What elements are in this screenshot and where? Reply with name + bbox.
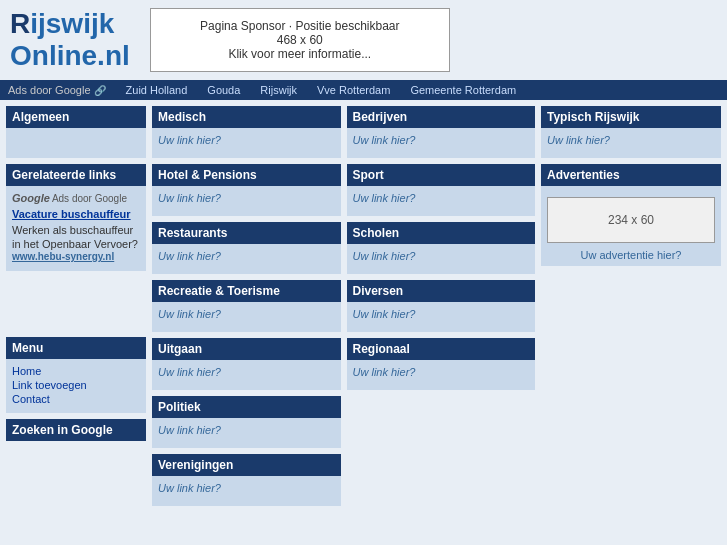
sidebar-gerelateerde: Gerelateerde links Google Ads door Googl… [6,164,146,271]
cat-recreatie: Recreatie & Toerisme Uw link hier? [152,280,341,332]
cat-uitgaan: Uitgaan Uw link hier? [152,338,341,390]
cat-restaurants-body: Uw link hier? [152,244,341,274]
typisch-rijswijk-link[interactable]: Uw link hier? [547,134,610,146]
vacature-text1: Werken als buschauffeur in het Openbaar … [12,224,138,250]
cat-sport-link[interactable]: Uw link hier? [353,192,416,204]
cat-row-3: Restaurants Uw link hier? Scholen Uw lin… [152,222,535,274]
cat-recreatie-header: Recreatie & Toerisme [152,280,341,302]
logo-rest: ijswijk [30,8,114,39]
menu-home[interactable]: Home [12,365,140,377]
cat-regionaal-body: Uw link hier? [347,360,536,390]
ad-link-text[interactable]: Uw advertentie hier? [547,249,715,261]
navbar-link-vveroterdam[interactable]: Vve Rotterdam [317,84,390,96]
navbar-ads-icon: 🔗 [94,85,106,96]
sidebar-zoeken: Zoeken in Google [6,419,146,441]
cat-hotel-link[interactable]: Uw link hier? [158,192,221,204]
cat-politiek-body: Uw link hier? [152,418,341,448]
cat-verenigingen: Verenigingen Uw link hier? [152,454,341,506]
cat-diversen-body: Uw link hier? [347,302,536,332]
cat-scholen-body: Uw link hier? [347,244,536,274]
sidebar-algemeen-header: Algemeen [6,106,146,128]
cat-sport-header: Sport [347,164,536,186]
cat-bedrijven-link[interactable]: Uw link hier? [353,134,416,146]
cat-medisch-header: Medisch [152,106,341,128]
sponsor-line2: 468 x 60 [171,33,429,47]
sidebar-gerelateerde-header: Gerelateerde links [6,164,146,186]
cat-bedrijven-body: Uw link hier? [347,128,536,158]
cat-politiek-link[interactable]: Uw link hier? [158,424,221,436]
logo-line2: Online.nl [10,40,130,72]
logo-r: R [10,8,30,39]
navbar-link-rijswijk[interactable]: Rijswijk [260,84,297,96]
cat-scholen-link[interactable]: Uw link hier? [353,250,416,262]
typisch-rijswijk-body: Uw link hier? [541,128,721,158]
cat-verenigingen-header: Verenigingen [152,454,341,476]
cat-politiek-header: Politiek [152,396,341,418]
ad-size: 234 x 60 [608,213,654,227]
cat-scholen: Scholen Uw link hier? [347,222,536,274]
cat-restaurants-link[interactable]: Uw link hier? [158,250,221,262]
ads-google-logo: Google [12,192,50,204]
cat-regionaal-link[interactable]: Uw link hier? [353,366,416,378]
navbar-link-zuidholland[interactable]: Zuid Holland [126,84,188,96]
sidebar-menu: Menu Home Link toevoegen Contact [6,337,146,413]
cat-restaurants-header: Restaurants [152,222,341,244]
ads-label: Ads door Google [52,193,127,204]
navbar-ads-google: Ads door Google 🔗 [8,84,106,96]
advertenties-section: Advertenties 234 x 60 Uw advertentie hie… [541,164,721,266]
advertenties-body: 234 x 60 Uw advertentie hier? [541,186,721,266]
cat-recreatie-link[interactable]: Uw link hier? [158,308,221,320]
sponsor-line1: Pagina Sponsor · Positie beschikbaar [171,19,429,33]
cat-uitgaan-body: Uw link hier? [152,360,341,390]
vacature-url[interactable]: www.hebu-synergy.nl [12,251,140,262]
content-right: Typisch Rijswijk Uw link hier? Advertent… [541,106,721,506]
navbar-link-gemeenterotterdam[interactable]: Gemeente Rotterdam [410,84,516,96]
sidebar-ads-google: Google Ads door Google [12,192,140,204]
cat-hotel: Hotel & Pensions Uw link hier? [152,164,341,216]
sponsor-line3: Klik voor meer informatie... [171,47,429,61]
cat-bedrijven-header: Bedrijven [347,106,536,128]
cat-row-5: Uitgaan Uw link hier? Regionaal Uw link … [152,338,535,390]
sponsor-box[interactable]: Pagina Sponsor · Positie beschikbaar 468… [150,8,450,72]
cat-hotel-header: Hotel & Pensions [152,164,341,186]
cat-verenigingen-body: Uw link hier? [152,476,341,506]
cat-row-6: Politiek Uw link hier? [152,396,535,448]
ad-link[interactable]: Uw advertentie hier? [581,249,682,261]
cat-bedrijven: Bedrijven Uw link hier? [347,106,536,158]
header: Rijswijk Online.nl Pagina Sponsor · Posi… [0,0,727,80]
menu-link-toevoegen[interactable]: Link toevoegen [12,379,140,391]
cat-diversen-link[interactable]: Uw link hier? [353,308,416,320]
advertenties-header: Advertenties [541,164,721,186]
cat-recreatie-body: Uw link hier? [152,302,341,332]
cat-uitgaan-header: Uitgaan [152,338,341,360]
cat-uitgaan-link[interactable]: Uw link hier? [158,366,221,378]
menu-contact[interactable]: Contact [12,393,140,405]
logo: Rijswijk Online.nl [10,8,130,72]
sidebar-algemeen-body [6,128,146,158]
sidebar-algemeen: Algemeen [6,106,146,158]
typisch-rijswijk-header: Typisch Rijswijk [541,106,721,128]
cat-scholen-header: Scholen [347,222,536,244]
content-main: Medisch Uw link hier? Bedrijven Uw link … [152,106,535,506]
typisch-rijswijk-section: Typisch Rijswijk Uw link hier? [541,106,721,158]
cat-medisch-link[interactable]: Uw link hier? [158,134,221,146]
cat-regionaal-header: Regionaal [347,338,536,360]
sidebar-gerelateerde-body: Google Ads door Google Vacature buschauf… [6,186,146,271]
cat-politiek: Politiek Uw link hier? [152,396,341,448]
cat-regionaal: Regionaal Uw link hier? [347,338,536,390]
cat-verenigingen-link[interactable]: Uw link hier? [158,482,221,494]
cat-medisch-body: Uw link hier? [152,128,341,158]
cat-row-2: Hotel & Pensions Uw link hier? Sport Uw … [152,164,535,216]
cat-restaurants: Restaurants Uw link hier? [152,222,341,274]
sidebar-menu-header: Menu [6,337,146,359]
cat-hotel-body: Uw link hier? [152,186,341,216]
ad-box: 234 x 60 [547,197,715,243]
logo-line2-text: Online.nl [10,40,130,71]
cat-medisch: Medisch Uw link hier? [152,106,341,158]
vacature-link[interactable]: Vacature buschauffeur [12,208,140,220]
cat-diversen-header: Diversen [347,280,536,302]
cat-diversen: Diversen Uw link hier? [347,280,536,332]
navbar-link-gouda[interactable]: Gouda [207,84,240,96]
main-layout: Algemeen Gerelateerde links Google Ads d… [0,100,727,512]
sidebar: Algemeen Gerelateerde links Google Ads d… [6,106,146,506]
